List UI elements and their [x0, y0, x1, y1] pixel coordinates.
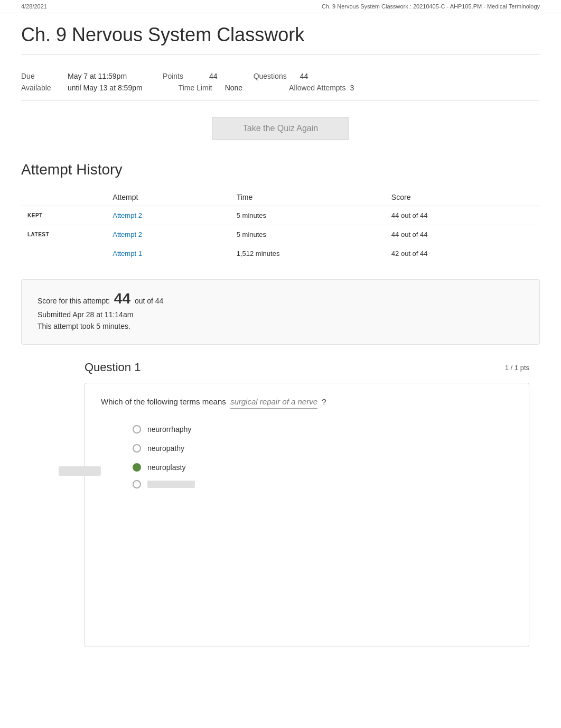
question-blank: surgical repair of a nerve [230, 396, 317, 409]
question-text-part2: ? [322, 397, 326, 406]
take-quiz-button[interactable]: Take the Quiz Again [212, 117, 349, 140]
time-limit-label: Time Limit [179, 84, 221, 92]
col-header-attempt: Attempt [106, 189, 230, 206]
time-line: This attempt took 5 minutes. [38, 322, 523, 330]
col-header-score: Score [385, 189, 540, 206]
answer-option-1: neurorrhaphy [133, 425, 513, 434]
radio-blurred [133, 480, 141, 489]
question-text-part1: Which of the following terms means [101, 397, 226, 406]
question-1-points: 1 / 1 pts [505, 364, 529, 372]
row-time-2: 5 minutes [230, 225, 385, 244]
question-1-header: Question 1 1 / 1 pts [85, 361, 529, 374]
score-for-line: Score for this attempt: 44 out of 44 [38, 290, 523, 307]
answer-text-3: neuroplasty [147, 463, 185, 472]
col-header-time: Time [230, 189, 385, 206]
allowed-attempts-value: 3 [350, 84, 354, 92]
top-bar: 4/28/2021 Ch. 9 Nervous System Classwork… [0, 0, 561, 13]
blurred-answer-row [133, 480, 513, 489]
attempt-link-1[interactable]: Attempt 2 [113, 211, 142, 219]
meta-due: Due May 7 at 11:59pm [21, 72, 127, 80]
meta-allowed-attempts: Allowed Attempts 3 [289, 84, 354, 92]
answer-option-2: neuropathy [133, 444, 513, 453]
page-title: Ch. 9 Nervous System Classwork [21, 24, 540, 55]
table-row: Attempt 1 1,512 minutes 42 out of 44 [21, 244, 540, 263]
points-value: 44 [209, 72, 218, 80]
meta-row-2: Available until May 13 at 8:59pm Time Li… [21, 84, 540, 92]
row-score-3: 42 out of 44 [385, 244, 540, 263]
table-row: KEPT Attempt 2 5 minutes 44 out of 44 [21, 206, 540, 225]
row-attempt-3: Attempt 1 [106, 244, 230, 263]
score-for-label: Score for this attempt: [38, 297, 110, 305]
blurred-correct-badge [59, 466, 101, 476]
row-score-2: 44 out of 44 [385, 225, 540, 244]
questions-value: 44 [300, 72, 308, 80]
submitted-text: Submitted Apr 28 at 11:14am [38, 310, 133, 319]
attempt-link-3[interactable]: Attempt 1 [113, 250, 142, 257]
top-bar-date: 4/28/2021 [21, 3, 47, 10]
due-value: May 7 at 11:59pm [68, 72, 127, 80]
answer-text-2: neuropathy [147, 444, 184, 453]
time-limit-value: None [225, 84, 242, 92]
attempt-history-title: Attempt History [21, 161, 540, 178]
score-number: 44 [114, 290, 130, 307]
question-1-box: Which of the following terms means surgi… [85, 383, 529, 647]
row-status-latest: LATEST [21, 225, 106, 244]
row-attempt-1: Attempt 2 [106, 206, 230, 225]
question-1-section: Question 1 1 / 1 pts Which of the follow… [85, 361, 529, 647]
top-bar-breadcrumb: Ch. 9 Nervous System Classwork : 2021040… [322, 3, 540, 10]
answer-text-1: neurorrhaphy [147, 425, 191, 434]
score-out-of: out of 44 [135, 297, 164, 305]
available-value: until May 13 at 8:59pm [68, 84, 143, 92]
answer-option-3-wrapper: neuroplasty [101, 463, 513, 472]
page-content: Ch. 9 Nervous System Classwork Due May 7… [0, 13, 561, 658]
allowed-attempts-label: Allowed Attempts [289, 84, 345, 92]
radio-option-3 [133, 463, 141, 472]
correct-indicator [59, 464, 101, 476]
meta-time-limit: Time Limit None [179, 84, 242, 92]
row-time-1: 5 minutes [230, 206, 385, 225]
row-attempt-2: Attempt 2 [106, 225, 230, 244]
meta-questions: Questions 44 [254, 72, 308, 80]
available-label: Available [21, 84, 63, 92]
radio-option-2 [133, 444, 141, 453]
meta-info: Due May 7 at 11:59pm Points 44 Questions… [21, 63, 540, 101]
meta-available: Available until May 13 at 8:59pm [21, 84, 143, 92]
score-summary-box: Score for this attempt: 44 out of 44 Sub… [21, 279, 540, 345]
row-time-3: 1,512 minutes [230, 244, 385, 263]
row-status-3 [21, 244, 106, 263]
questions-label: Questions [254, 72, 296, 80]
submitted-line: Submitted Apr 28 at 11:14am [38, 310, 523, 319]
time-text: This attempt took 5 minutes. [38, 322, 130, 330]
due-label: Due [21, 72, 63, 80]
answer-option-3: neuroplasty [133, 463, 185, 472]
table-row: LATEST Attempt 2 5 minutes 44 out of 44 [21, 225, 540, 244]
attempt-link-2[interactable]: Attempt 2 [113, 231, 142, 238]
meta-row-1: Due May 7 at 11:59pm Points 44 Questions… [21, 72, 540, 80]
blurred-answer-text [147, 481, 195, 488]
question-1-text: Which of the following terms means surgi… [101, 396, 513, 409]
question-1-title: Question 1 [85, 361, 141, 374]
row-status-kept: KEPT [21, 206, 106, 225]
points-label: Points [163, 72, 205, 80]
radio-option-1 [133, 425, 141, 434]
col-header-status [21, 189, 106, 206]
row-score-1: 44 out of 44 [385, 206, 540, 225]
table-header-row: Attempt Time Score [21, 189, 540, 206]
attempt-history-table: Attempt Time Score KEPT Attempt 2 5 minu… [21, 189, 540, 263]
meta-points: Points 44 [163, 72, 218, 80]
